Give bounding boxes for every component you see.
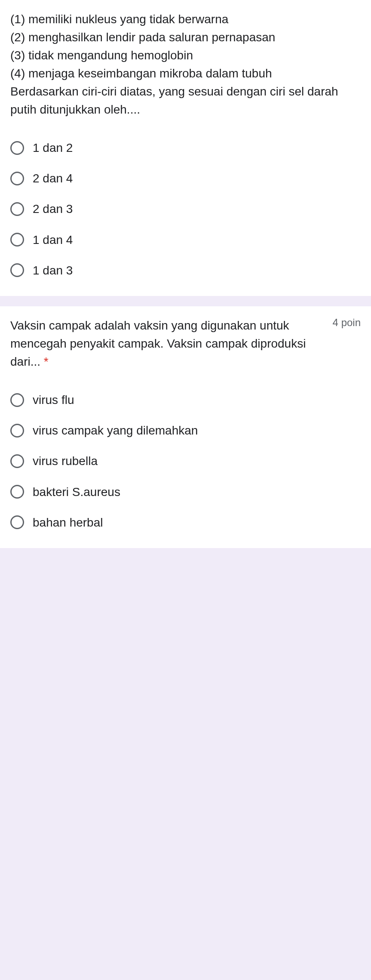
points-label: 4 poin	[333, 317, 361, 329]
radio-icon	[10, 424, 24, 438]
option-label: virus rubella	[33, 453, 98, 469]
option-2-1[interactable]: virus flu	[10, 385, 361, 415]
required-indicator: *	[44, 355, 49, 368]
option-1-5[interactable]: 1 dan 3	[10, 255, 361, 286]
question-text-1: (1) memiliki nukleus yang tidak berwarna…	[10, 10, 361, 119]
radio-icon	[10, 141, 24, 155]
option-label: 1 dan 3	[33, 262, 73, 279]
option-label: bakteri S.aureus	[33, 484, 120, 500]
option-label: 2 dan 3	[33, 200, 73, 217]
question-text-2: Vaksin campak adalah vaksin yang digunak…	[10, 317, 326, 371]
option-2-5[interactable]: bahan herbal	[10, 507, 361, 538]
question-header-2: Vaksin campak adalah vaksin yang digunak…	[10, 317, 361, 385]
radio-icon	[10, 485, 24, 499]
option-2-4[interactable]: bakteri S.aureus	[10, 477, 361, 507]
radio-icon	[10, 454, 24, 468]
option-2-2[interactable]: virus campak yang dilemahkan	[10, 415, 361, 446]
option-label: virus campak yang dilemahkan	[33, 422, 198, 439]
card-divider	[0, 301, 371, 306]
option-label: 1 dan 4	[33, 231, 73, 248]
question-card-2: Vaksin campak adalah vaksin yang digunak…	[0, 306, 371, 548]
option-label: virus flu	[33, 391, 74, 408]
radio-icon	[10, 263, 24, 277]
question-text-content: Vaksin campak adalah vaksin yang digunak…	[10, 319, 306, 368]
option-label: 2 dan 4	[33, 170, 73, 187]
option-1-4[interactable]: 1 dan 4	[10, 225, 361, 255]
question-card-1: (1) memiliki nukleus yang tidak berwarna…	[0, 0, 371, 296]
option-1-2[interactable]: 2 dan 4	[10, 163, 361, 194]
option-label: 1 dan 2	[33, 139, 73, 156]
radio-icon	[10, 202, 24, 216]
radio-icon	[10, 233, 24, 247]
radio-icon	[10, 172, 24, 185]
option-2-3[interactable]: virus rubella	[10, 446, 361, 476]
option-1-1[interactable]: 1 dan 2	[10, 133, 361, 163]
radio-icon	[10, 393, 24, 407]
option-1-3[interactable]: 2 dan 3	[10, 194, 361, 224]
radio-icon	[10, 515, 24, 529]
option-label: bahan herbal	[33, 514, 103, 531]
